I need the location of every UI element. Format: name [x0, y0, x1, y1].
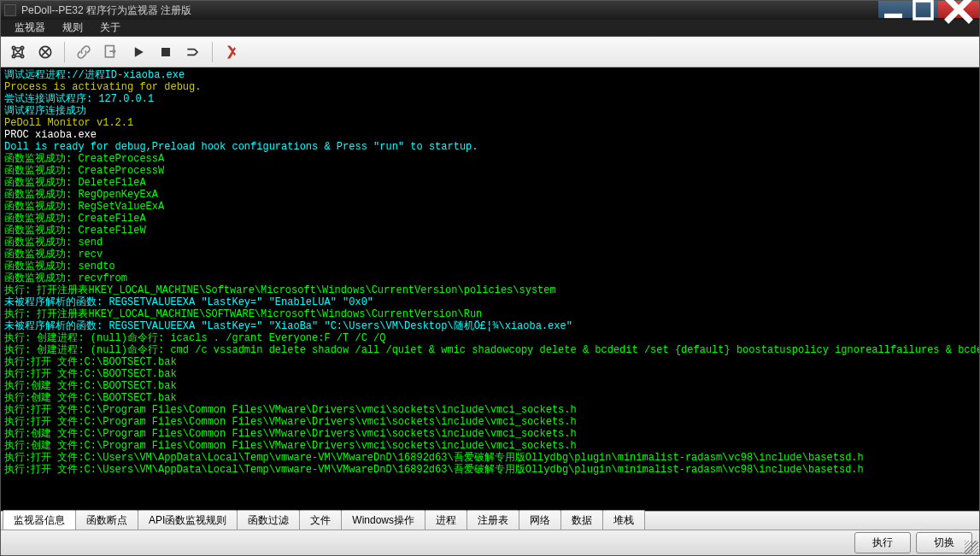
- connect-icon[interactable]: [6, 40, 30, 64]
- svg-point-5: [21, 46, 23, 49]
- console-line: 函数监视成功: recv: [4, 249, 976, 260]
- console-line: 执行:创建 文件:C:\BOOTSECT.bak: [4, 380, 976, 392]
- svg-point-4: [12, 46, 15, 49]
- console-line: 执行:打开 文件:C:\BOOTSECT.bak: [4, 368, 976, 380]
- stop-icon[interactable]: [154, 40, 178, 64]
- bottom-tabs: 监视器信息函数断点API函数监视规则函数过滤文件Windows操作进程注册表网络…: [1, 511, 979, 530]
- svg-marker-12: [135, 47, 144, 57]
- console-output[interactable]: 调试远程进程://进程ID-xiaoba.exeProcess is activ…: [1, 67, 979, 511]
- svg-point-7: [21, 55, 23, 57]
- console-line: 未被程序解析的函数: REGSETVALUEEXA "LastKey=" "Xi…: [4, 320, 976, 332]
- tab-10[interactable]: 堆栈: [602, 510, 645, 530]
- console-line: 执行:打开 文件:C:\BOOTSECT.bak: [4, 356, 976, 368]
- minimize-button[interactable]: [878, 1, 908, 18]
- console-line: 未被程序解析的函数: REGSETVALUEEXA "LastKey=" "En…: [4, 296, 976, 308]
- console-line: 执行:打开 文件:C:\Users\VM\AppData\Local\Temp\…: [4, 464, 976, 476]
- resize-grip[interactable]: [965, 541, 978, 554]
- rules-icon[interactable]: [220, 40, 244, 64]
- console-line: 函数监视成功: DeleteFileA: [4, 177, 976, 189]
- tab-7[interactable]: 注册表: [467, 510, 519, 530]
- console-line: 执行:创建 文件:C:\Program Files\Common Files\V…: [4, 428, 976, 440]
- console-line: 执行:创建 文件:C:\BOOTSECT.bak: [4, 392, 976, 404]
- console-line: 函数监视成功: CreateFileW: [4, 225, 976, 237]
- svg-rect-1: [914, 1, 932, 19]
- titlebar[interactable]: PeDoll--PE32 程序行为监视器 注册版: [1, 1, 979, 20]
- console-line: 执行: 打开注册表HKEY_LOCAL_MACHINE\SOFTWARE\Mic…: [4, 308, 976, 320]
- menu-rules[interactable]: 规则: [54, 19, 91, 37]
- console-line: 调试远程进程://进程ID-xiaoba.exe: [4, 69, 976, 81]
- console-line: 函数监视成功: CreateFileA: [4, 213, 976, 225]
- tab-6[interactable]: 进程: [425, 510, 467, 530]
- console-line: 尝试连接调试程序: 127.0.0.1: [4, 93, 976, 105]
- menu-about[interactable]: 关于: [91, 19, 129, 37]
- menu-monitor[interactable]: 监视器: [6, 19, 54, 37]
- disconnect-icon[interactable]: [33, 40, 57, 64]
- console-line: 函数监视成功: recvfrom: [4, 272, 976, 284]
- tab-5[interactable]: Windows操作: [341, 510, 425, 530]
- attach-icon[interactable]: [72, 40, 96, 64]
- console-line: 函数监视成功: CreateProcessW: [4, 165, 976, 177]
- close-button[interactable]: [938, 1, 979, 18]
- execute-button[interactable]: 执行: [854, 532, 911, 553]
- tab-0[interactable]: 监视器信息: [3, 510, 76, 530]
- console-line: 函数监视成功: RegSetValueExA: [4, 201, 976, 213]
- console-line: Process is activating for debug.: [4, 81, 976, 93]
- tab-1[interactable]: 函数断点: [75, 510, 138, 530]
- bottom-bar: 执行 切换: [1, 530, 979, 555]
- console-line: Doll is ready for debug,Preload hook con…: [4, 141, 976, 153]
- console-line: 函数监视成功: CreateProcessA: [4, 153, 976, 165]
- console-line: PeDoll Monitor v1.2.1: [4, 117, 976, 129]
- tab-3[interactable]: 函数过滤: [237, 510, 300, 530]
- console-line: 执行:打开 文件:C:\Program Files\Common Files\V…: [4, 404, 976, 416]
- svg-rect-13: [161, 48, 170, 56]
- app-icon: [4, 4, 16, 16]
- toolbar: [1, 37, 979, 67]
- svg-point-6: [12, 55, 15, 57]
- console-line: 执行:创建 文件:C:\Program Files\Common Files\V…: [4, 440, 976, 452]
- maximize-button[interactable]: [908, 1, 938, 18]
- menubar: 监视器 规则 关于: [1, 20, 979, 37]
- console-line: 调试程序连接成功: [4, 105, 976, 117]
- run-icon[interactable]: [126, 40, 150, 64]
- new-icon[interactable]: [99, 40, 123, 64]
- console-line: 执行: 创建进程: (null)命令行: icacls . /grant Eve…: [4, 332, 976, 344]
- console-line: 函数监视成功: RegOpenKeyExA: [4, 189, 976, 201]
- tab-8[interactable]: 网络: [519, 510, 561, 530]
- console-line: 执行:打开 文件:C:\Users\VM\AppData\Local\Temp\…: [4, 452, 976, 464]
- console-line: 执行: 创建进程: (null)命令行: cmd /c vssadmin del…: [4, 344, 976, 356]
- tab-4[interactable]: 文件: [299, 510, 342, 530]
- console-line: PROC xiaoba.exe: [4, 129, 976, 141]
- tab-2[interactable]: API函数监视规则: [138, 510, 238, 530]
- console-line: 函数监视成功: sendto: [4, 260, 976, 272]
- console-line: 执行:打开 文件:C:\Program Files\Common Files\V…: [4, 416, 976, 428]
- window-title: PeDoll--PE32 程序行为监视器 注册版: [21, 3, 191, 18]
- tab-9[interactable]: 数据: [560, 510, 603, 530]
- console-line: 函数监视成功: send: [4, 237, 976, 249]
- step-icon[interactable]: [181, 40, 205, 64]
- console-line: 执行: 打开注册表HKEY_LOCAL_MACHINE\Software\Mic…: [4, 284, 976, 296]
